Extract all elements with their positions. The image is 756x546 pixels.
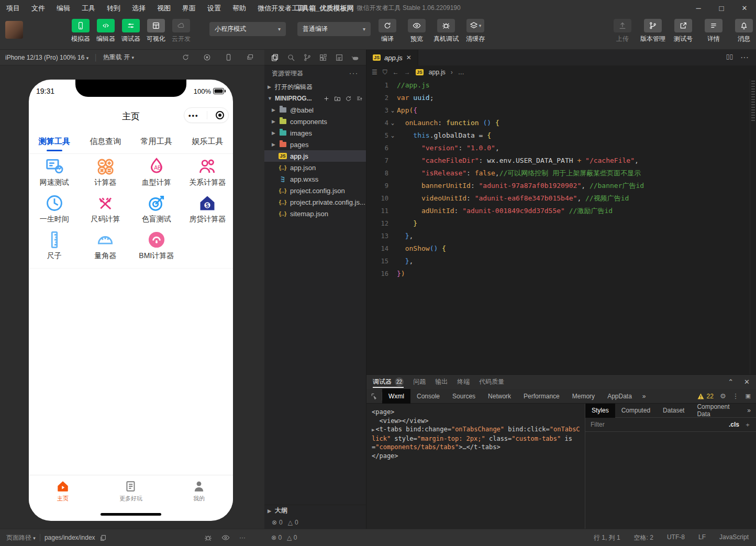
tabbar-item-主页[interactable]: 主页 bbox=[29, 475, 97, 509]
status-LF[interactable]: LF bbox=[698, 533, 706, 542]
collapse-panel-icon[interactable]: ⌃ bbox=[728, 378, 733, 386]
undock-icon[interactable]: ▣ bbox=[746, 393, 751, 399]
wxml-node[interactable]: </page> bbox=[372, 452, 583, 461]
close-button[interactable]: ✕ bbox=[733, 4, 756, 12]
code-line[interactable]: 2var uuid; bbox=[366, 92, 750, 104]
split-editor-icon[interactable]: ▯▯ bbox=[726, 53, 733, 62]
tab-常用工具[interactable]: 常用工具 bbox=[131, 130, 182, 153]
back-icon[interactable]: ← bbox=[393, 69, 399, 76]
npm-icon[interactable] bbox=[335, 53, 343, 62]
tab-app-js[interactable]: JS app.js ✕ bbox=[366, 50, 418, 65]
file-sitemap.json[interactable]: {..}sitemap.json bbox=[264, 208, 366, 219]
wxml-node[interactable]: <view></view> bbox=[372, 417, 583, 426]
compile-mode-select[interactable]: 普通编译▾ bbox=[297, 22, 371, 36]
debugger-tab-调试器[interactable]: 调试器22 bbox=[373, 375, 404, 389]
problems-summary[interactable]: ⊗0 △0 bbox=[264, 516, 366, 529]
vconsole-bug-icon[interactable] bbox=[204, 534, 212, 542]
status-行 1, 列 1[interactable]: 行 1, 列 1 bbox=[594, 533, 620, 542]
grid-item-房贷计算器[interactable]: $房贷计算器 bbox=[182, 193, 234, 229]
code-line[interactable]: 11 adUnitId: "adunit-001849c9dd37d55e" /… bbox=[366, 205, 750, 217]
styles-tab-Styles[interactable]: Styles bbox=[585, 404, 615, 418]
status-JavaScript[interactable]: JavaScript bbox=[719, 533, 749, 542]
code-line[interactable]: 6 "version": "1.0.0", bbox=[366, 142, 750, 154]
files-icon[interactable] bbox=[271, 53, 279, 62]
toolbar-button-编辑器[interactable]: 编辑器 bbox=[92, 19, 119, 43]
editor-problems[interactable]: ⊗ 0 △ 0 bbox=[263, 534, 365, 541]
forward-icon[interactable]: → bbox=[404, 69, 410, 76]
grid-item-尺子[interactable]: 尺子 bbox=[29, 229, 80, 266]
toolbar-action-详情[interactable]: 详情 bbox=[698, 19, 729, 43]
devtools-menu-icon[interactable]: ⋮ bbox=[732, 392, 739, 400]
toolbar-action-测试号[interactable]: 测试号 bbox=[668, 19, 698, 43]
file-components[interactable]: ▶components bbox=[264, 116, 366, 127]
collapse-all-icon[interactable] bbox=[356, 95, 363, 102]
file-project.private.config.js...[interactable]: {..}project.private.config.js... bbox=[264, 196, 366, 208]
code-line[interactable]: 15 }, bbox=[366, 255, 750, 268]
tab-信息查询[interactable]: 信息查询 bbox=[80, 130, 131, 153]
menu-item-工具[interactable]: 工具 bbox=[82, 4, 95, 13]
source-control-icon[interactable] bbox=[303, 53, 312, 62]
toolbar-button-可视化[interactable]: 可视化 bbox=[142, 19, 170, 43]
outline-list-icon[interactable]: ☰ bbox=[372, 69, 377, 76]
outline-section[interactable]: ▶大纲 bbox=[264, 505, 366, 516]
wxml-tree[interactable]: <page> <view></view>▶<t-tabs bind:change… bbox=[366, 404, 585, 529]
explorer-more-icon[interactable]: ··· bbox=[349, 70, 359, 77]
devtools-tab-Sources[interactable]: Sources bbox=[446, 389, 482, 404]
debugger-tab-终端[interactable]: 终端 bbox=[457, 375, 470, 389]
code-line[interactable]: 7 "cacheFileDir": wx.env.USER_DATA_PATH … bbox=[366, 154, 750, 167]
multi-window-icon[interactable] bbox=[246, 53, 254, 61]
status-more-icon[interactable]: ··· bbox=[239, 534, 246, 541]
grid-item-色盲测试[interactable]: 色盲测试 bbox=[131, 193, 182, 229]
styles-tab-Component Data[interactable]: Component Data bbox=[691, 404, 747, 418]
new-folder-icon[interactable] bbox=[334, 95, 341, 102]
breadcrumb-more[interactable]: … bbox=[458, 69, 464, 76]
toolbar-action-预览[interactable]: 预览 bbox=[402, 19, 431, 43]
devtools-tab-Console[interactable]: Console bbox=[410, 389, 446, 404]
toolbar-action-消息[interactable]: 消息 bbox=[729, 19, 756, 43]
grid-item-量角器[interactable]: 量角器 bbox=[80, 229, 131, 266]
breadcrumb-file[interactable]: app.js bbox=[429, 69, 446, 76]
code-line[interactable]: 5⌄ this.globalData = { bbox=[366, 129, 750, 142]
open-editors-section[interactable]: ▶打开的编辑器 bbox=[264, 81, 366, 93]
warning-count[interactable]: 22 bbox=[697, 393, 714, 400]
grid-item-网速测试[interactable]: 网速测试 bbox=[29, 156, 80, 193]
status-UTF-8[interactable]: UTF-8 bbox=[667, 533, 685, 542]
code-line[interactable]: 8 "isRelease": false,//可以网络控制 用于上架屏蔽某些页面… bbox=[366, 167, 750, 180]
devtools-tab-Network[interactable]: Network bbox=[482, 389, 517, 404]
project-root[interactable]: ▼MINIPROG... bbox=[264, 93, 366, 104]
menu-item-选择[interactable]: 选择 bbox=[132, 4, 146, 13]
toolbar-action-编译[interactable]: 编译 bbox=[373, 19, 402, 43]
toolbar-action-真机调试[interactable]: 真机调试 bbox=[431, 19, 461, 43]
code-line[interactable]: 1//app.js bbox=[366, 79, 750, 92]
code-line[interactable]: 3⌄App({ bbox=[366, 104, 750, 117]
page-path-select[interactable]: 页面路径 ▾ bbox=[6, 533, 36, 542]
devtools-tab-Wxml[interactable]: Wxml bbox=[382, 389, 410, 404]
file-pages[interactable]: ▶pages bbox=[264, 139, 366, 150]
device-select[interactable]: iPhone 12/13 (Pro) 100% 16 ▾ bbox=[5, 54, 88, 61]
add-style-icon[interactable]: ＋ bbox=[744, 420, 751, 429]
code-line[interactable]: 10 videoUnitId: "adunit-ea6f8e347b015b4e… bbox=[366, 192, 750, 205]
more-dots-icon[interactable]: ••• bbox=[188, 112, 199, 119]
code-line[interactable]: 13 }, bbox=[366, 230, 750, 242]
menu-item-转到[interactable]: 转到 bbox=[107, 4, 120, 13]
rotate-icon[interactable] bbox=[182, 53, 190, 61]
mode-select[interactable]: 小程序模式▾ bbox=[209, 22, 286, 36]
phone-frame-icon[interactable] bbox=[225, 53, 232, 61]
devtools-tab-Performance[interactable]: Performance bbox=[517, 389, 566, 404]
minimize-button[interactable]: ─ bbox=[687, 4, 710, 12]
debugger-tab-输出[interactable]: 输出 bbox=[435, 375, 448, 389]
file-app.wxss[interactable]: ᴟapp.wxss bbox=[264, 173, 366, 185]
devtools-tab-Memory[interactable]: Memory bbox=[566, 389, 601, 404]
capsule-menu[interactable]: ••• bbox=[184, 107, 229, 123]
debugger-tab-代码质量[interactable]: 代码质量 bbox=[479, 375, 504, 389]
styles-tab-Dataset[interactable]: Dataset bbox=[657, 404, 691, 418]
minimap[interactable] bbox=[750, 79, 756, 374]
maximize-button[interactable]: □ bbox=[710, 4, 733, 13]
new-file-icon[interactable] bbox=[323, 95, 330, 102]
more-tabs-icon[interactable]: » bbox=[638, 393, 650, 400]
file-app.js[interactable]: JSapp.js bbox=[264, 150, 366, 162]
refresh-icon[interactable] bbox=[345, 95, 352, 102]
menu-item-视图[interactable]: 视图 bbox=[157, 4, 171, 13]
grid-item-关系计算器[interactable]: 关系计算器 bbox=[182, 156, 234, 193]
file-project.config.json[interactable]: {..}project.config.json bbox=[264, 185, 366, 196]
